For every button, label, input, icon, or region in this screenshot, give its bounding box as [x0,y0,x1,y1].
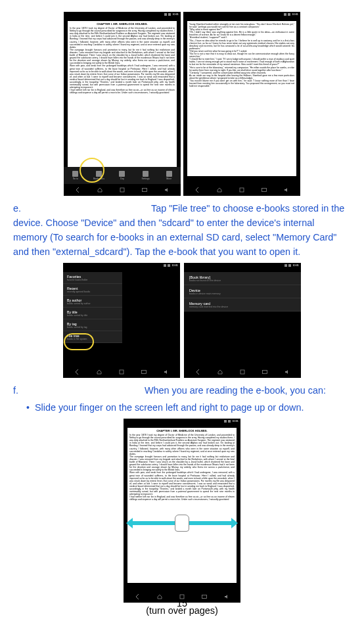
menu-list-2: [Book library]books not found on the dev… [184,272,301,312]
status-time: 10:01 [172,13,179,16]
status-time: 10:01 [292,264,299,267]
back-icon[interactable] [74,369,80,375]
back-icon[interactable] [194,187,200,193]
menu-list: Favoritesfavorite books/folder Recentrec… [63,272,122,343]
arrow-right-icon [188,521,233,525]
step-e: e.Tap "File tree" to choose e-books stor… [13,201,351,259]
recent-icon[interactable] [118,369,125,375]
page-number: 15 [0,598,364,609]
home-icon[interactable] [217,369,223,375]
screenshot-icon[interactable] [261,187,267,193]
screenshot-row-mid: 10:01 Favoritesfavorite books/folder Rec… [13,263,351,378]
android-navbar [63,366,180,378]
screenshot-icon[interactable] [262,369,268,375]
recent-icon[interactable] [119,187,125,193]
back-icon[interactable] [194,369,201,375]
android-navbar [64,184,181,196]
step-e-label: e. [13,201,151,216]
swipe-gesture-overlay [131,516,233,530]
recent-icon[interactable] [239,369,246,375]
tool-day[interactable]: Day [112,171,132,180]
svg-rect-7 [263,371,267,374]
hand-icon [175,515,189,532]
highlight-circle-filetree [64,333,94,350]
book-body-1: In the year 1878 I took my degree of Doc… [70,27,175,94]
menu2-device[interactable]: Devicebooks in device main memory [184,285,301,298]
svg-rect-0 [120,188,124,192]
screenshot-gesture: 10:01 CHAPTER I. MR. SHERLOCK HOLMES. In… [124,419,240,603]
menu-recent[interactable]: Recentrecently opened books [63,284,122,296]
svg-rect-5 [142,371,147,374]
recent-icon[interactable] [239,187,245,193]
screenshot-icon[interactable] [141,369,147,375]
android-navbar [184,366,301,378]
menu-by-author[interactable]: By authorbooks sorted by author [63,296,122,308]
volume-icon[interactable] [164,187,170,193]
volume-icon[interactable] [284,369,290,375]
menu-favorites[interactable]: Favoritesfavorite books/folder [63,272,122,284]
tool-settings[interactable]: Settings [136,171,156,180]
status-time: 10:01 [232,420,239,423]
screenshot-row-bot: 10:01 CHAPTER I. MR. SHERLOCK HOLMES. In… [13,419,351,603]
svg-rect-4 [120,370,124,374]
highlight-circle-bookmarks [80,158,104,183]
screenshot-menu-device: 10:01 [Book library]books not found on t… [184,263,301,378]
book-body-3: In the year 1878 I took my degree of Doc… [129,434,235,501]
svg-rect-3 [262,189,267,192]
menu2-library[interactable]: [Book library]books not found on the dev… [184,272,301,285]
volume-icon[interactable] [283,187,290,193]
back-icon[interactable] [74,187,81,193]
svg-rect-1 [143,189,147,192]
screenshot-icon[interactable] [141,187,148,193]
arrow-left-icon [131,521,176,525]
menu2-memory-card[interactable]: Memory cardmemory card inserted into the… [184,298,301,312]
chapter-title: CHAPTER I. MR. SHERLOCK HOLMES. [70,23,175,26]
svg-rect-2 [240,188,244,192]
home-icon[interactable] [96,369,102,375]
screenshot-reader-toolbar: 10:01 CHAPTER I. MR. SHERLOCK HOLMES. In… [64,12,181,196]
menu-by-tag[interactable]: By tagbooks sorted by tag [63,319,122,331]
book-body-2: Young Stamford looked rather strangely a… [189,23,294,87]
menu-by-title[interactable]: By titlebooks sorted by title [63,308,122,319]
chapter-title: CHAPTER I. MR. SHERLOCK HOLMES. [129,430,235,432]
step-f: f.When you are reading the e-book, you c… [13,383,351,398]
volume-icon[interactable] [163,369,170,375]
screenshot-reader-page2: 10:01 Young Stamford looked rather stran… [183,12,300,196]
bullet-text: Slide your finger on the screen left and… [35,400,304,415]
screenshot-row-top: 10:01 CHAPTER I. MR. SHERLOCK HOLMES. In… [13,12,351,196]
status-time: 10:01 [292,13,298,16]
step-f-text: When you are reading the e-book, you can… [145,385,326,396]
svg-rect-6 [240,370,244,374]
screenshot-menu-filetree: 10:01 Favoritesfavorite books/folder Rec… [63,263,180,378]
status-time: 10:01 [171,264,178,267]
tool-more[interactable]: More [159,171,179,180]
bullet-dot-icon: • [26,400,30,415]
android-navbar [183,184,300,196]
step-f-label: f. [13,383,145,398]
home-icon[interactable] [216,187,223,193]
home-icon[interactable] [97,187,103,193]
bullet-slide: • Slide your finger on the screen left a… [13,400,351,415]
